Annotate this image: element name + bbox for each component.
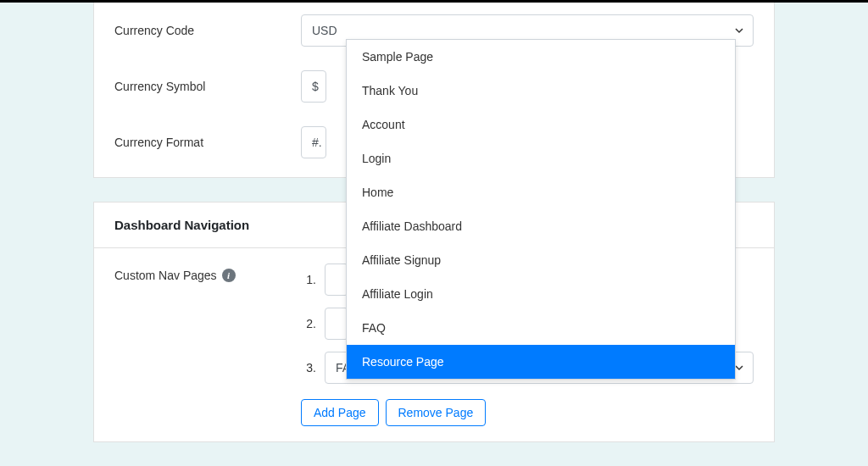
- dropdown-item[interactable]: Affiliate Dashboard: [347, 209, 735, 243]
- nav-page-number: 3.: [301, 361, 316, 374]
- dropdown-item[interactable]: Thank You: [347, 74, 735, 108]
- nav-page-2-select[interactable]: [325, 308, 348, 340]
- currency-format-value: #.: [312, 136, 322, 149]
- info-icon[interactable]: i: [222, 269, 236, 282]
- dropdown-item[interactable]: FAQ: [347, 311, 735, 345]
- nav-page-buttons: Add Page Remove Page: [281, 399, 774, 441]
- currency-symbol-value: $: [312, 80, 319, 93]
- page-dropdown-menu[interactable]: Sample PageThank YouAccountLoginHomeAffi…: [346, 39, 736, 380]
- dropdown-item[interactable]: Affiliate Signup: [347, 243, 735, 277]
- currency-symbol-label: Currency Symbol: [114, 80, 301, 93]
- dropdown-item[interactable]: Sample Page: [347, 40, 735, 74]
- currency-code-label: Currency Code: [114, 24, 301, 37]
- remove-page-button[interactable]: Remove Page: [386, 399, 487, 426]
- nav-page-number: 1.: [301, 273, 316, 286]
- nav-page-number: 2.: [301, 317, 316, 330]
- dropdown-item[interactable]: Login: [347, 141, 735, 175]
- chevron-down-icon: [734, 25, 744, 36]
- currency-format-select[interactable]: #.: [301, 126, 326, 158]
- dropdown-item[interactable]: Account: [347, 108, 735, 141]
- currency-format-label: Currency Format: [114, 136, 301, 149]
- currency-code-value: USD: [312, 24, 337, 37]
- add-page-button[interactable]: Add Page: [301, 399, 379, 426]
- custom-nav-pages-label: Custom Nav Pages i: [114, 264, 301, 282]
- currency-symbol-select[interactable]: $: [301, 70, 326, 103]
- dropdown-item[interactable]: Home: [347, 175, 735, 209]
- dropdown-item[interactable]: Affiliate Login: [347, 277, 735, 311]
- dropdown-item[interactable]: Resource Page: [347, 345, 735, 379]
- nav-page-1-select[interactable]: [325, 264, 348, 296]
